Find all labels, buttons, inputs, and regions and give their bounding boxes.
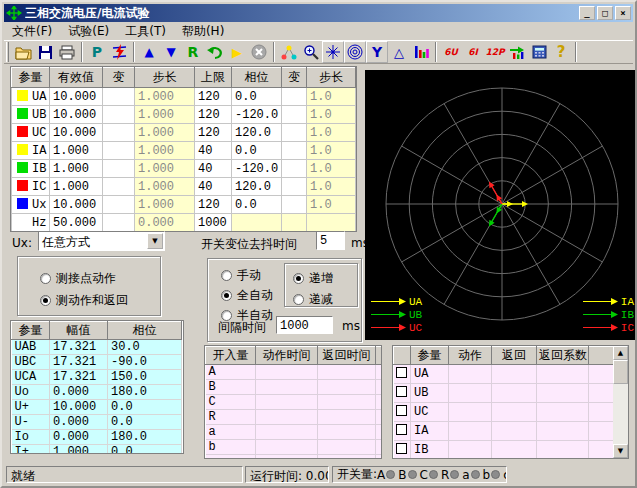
checkbox-icon[interactable] — [396, 386, 407, 397]
var2-cell[interactable] — [282, 196, 307, 214]
rms-cell[interactable]: 10.000 — [50, 196, 103, 214]
step2-cell[interactable] — [307, 214, 356, 232]
6u-button[interactable]: 6U — [440, 41, 462, 63]
radio-icon[interactable] — [221, 270, 232, 281]
interval-input[interactable]: 1000 — [276, 316, 333, 334]
var-cell[interactable] — [103, 142, 135, 160]
step-cell[interactable]: 1.000 — [135, 160, 195, 178]
step-cell[interactable]: 1.000 — [135, 106, 195, 124]
result-scrollbar[interactable]: ▲ ▼ — [613, 346, 628, 458]
limit-cell[interactable]: 120 — [195, 106, 232, 124]
lower-button[interactable]: ▼ — [160, 41, 182, 63]
direction-option[interactable]: 递减 — [293, 291, 333, 308]
limit-cell[interactable]: 40 — [195, 178, 232, 196]
print-button[interactable] — [56, 41, 78, 63]
var-cell[interactable] — [103, 178, 135, 196]
rms-cell[interactable]: 1.000 — [50, 178, 103, 196]
phase-cell[interactable]: 120.0 — [232, 178, 282, 196]
p-setting-button[interactable]: P — [86, 41, 108, 63]
limit-cell[interactable]: 120 — [195, 124, 232, 142]
step2-cell[interactable]: 1.0 — [307, 196, 356, 214]
wiring-button[interactable] — [278, 41, 300, 63]
scrollbar-thumb[interactable] — [613, 360, 628, 384]
chevron-down-icon[interactable]: ▼ — [147, 233, 163, 249]
scroll-down-icon[interactable]: ▼ — [613, 444, 628, 458]
ux-mode-select[interactable]: 任意方式 ▼ — [38, 231, 165, 251]
step-cell[interactable]: 0.000 — [135, 214, 195, 232]
menu-test[interactable]: 试验(E) — [60, 22, 117, 41]
maximize-button[interactable]: □ — [597, 6, 613, 20]
step2-cell[interactable]: 1.0 — [307, 106, 356, 124]
help-button[interactable]: ? — [550, 41, 572, 63]
var2-cell[interactable] — [282, 214, 307, 232]
phasor-view-button[interactable] — [322, 41, 344, 63]
phase-cell[interactable]: -120.0 — [232, 160, 282, 178]
toolbar-grip[interactable] — [6, 42, 9, 62]
12p-button[interactable]: 12P — [484, 41, 506, 63]
close-button[interactable]: × — [615, 6, 631, 20]
y-connection-button[interactable]: Y — [366, 41, 388, 63]
checkbox-icon[interactable] — [396, 367, 407, 378]
direction-option[interactable]: 递增 — [293, 270, 333, 287]
rms-cell[interactable]: 10.000 — [50, 88, 103, 106]
delta-connection-button[interactable]: △ — [388, 41, 410, 63]
checkbox-icon[interactable] — [396, 443, 407, 454]
rms-cell[interactable]: 50.000 — [50, 214, 103, 232]
rms-cell[interactable]: 1.000 — [50, 160, 103, 178]
radio-icon[interactable] — [293, 273, 304, 284]
minimize-button[interactable]: _ — [579, 6, 595, 20]
var-cell[interactable] — [103, 196, 135, 214]
save-button[interactable] — [34, 41, 56, 63]
menu-help[interactable]: 帮助(H) — [174, 22, 232, 41]
output-button[interactable] — [506, 41, 528, 63]
var-cell[interactable] — [103, 160, 135, 178]
scroll-up-icon[interactable]: ▲ — [613, 346, 628, 360]
var-cell[interactable] — [103, 214, 135, 232]
harmonic-button[interactable] — [410, 41, 432, 63]
step-cell[interactable]: 1.000 — [135, 142, 195, 160]
step2-cell[interactable]: 1.0 — [307, 178, 356, 196]
phase-cell[interactable]: 0.0 — [232, 142, 282, 160]
checkbox-icon[interactable] — [396, 405, 407, 416]
radio-icon[interactable] — [221, 290, 232, 301]
phase-cell[interactable]: 120.0 — [232, 124, 282, 142]
step2-cell[interactable]: 1.0 — [307, 160, 356, 178]
auto-mode-option[interactable]: 全自动 — [221, 287, 273, 304]
radio-icon[interactable] — [293, 294, 304, 305]
test-mode-option[interactable]: 测接点动作 — [40, 270, 128, 287]
calculator-button[interactable] — [528, 41, 550, 63]
radio-icon[interactable] — [40, 273, 51, 284]
6i-button[interactable]: 6I — [462, 41, 484, 63]
raise-button[interactable]: ▲ — [138, 41, 160, 63]
stop-button[interactable] — [248, 41, 270, 63]
test-mode-option[interactable]: 测动作和返回 — [40, 292, 128, 309]
step-cell[interactable]: 1.000 — [135, 88, 195, 106]
open-button[interactable] — [12, 41, 34, 63]
step-cell[interactable]: 1.000 — [135, 178, 195, 196]
circle-view-button[interactable] — [344, 41, 366, 63]
var2-cell[interactable] — [282, 88, 307, 106]
limit-cell[interactable]: 120 — [195, 196, 232, 214]
rms-cell[interactable]: 10.000 — [50, 106, 103, 124]
phase-cell[interactable] — [232, 214, 282, 232]
step-cell[interactable]: 1.000 — [135, 196, 195, 214]
power-button[interactable] — [108, 41, 130, 63]
var2-cell[interactable] — [282, 178, 307, 196]
rms-cell[interactable]: 10.000 — [50, 124, 103, 142]
menu-file[interactable]: 文件(F) — [4, 22, 60, 41]
menu-tools[interactable]: 工具(T) — [117, 22, 174, 41]
limit-cell[interactable]: 40 — [195, 142, 232, 160]
var2-cell[interactable] — [282, 124, 307, 142]
var-cell[interactable] — [103, 106, 135, 124]
auto-mode-option[interactable]: 手动 — [221, 267, 273, 284]
var-cell[interactable] — [103, 88, 135, 106]
zoom-button[interactable] — [300, 41, 322, 63]
debounce-input[interactable]: 5 — [316, 231, 345, 250]
var-cell[interactable] — [103, 124, 135, 142]
var2-cell[interactable] — [282, 142, 307, 160]
step2-cell[interactable]: 1.0 — [307, 124, 356, 142]
rms-cell[interactable]: 1.000 — [50, 142, 103, 160]
limit-cell[interactable]: 120 — [195, 88, 232, 106]
phase-cell[interactable]: 0.0 — [232, 88, 282, 106]
phase-cell[interactable]: -120.0 — [232, 106, 282, 124]
